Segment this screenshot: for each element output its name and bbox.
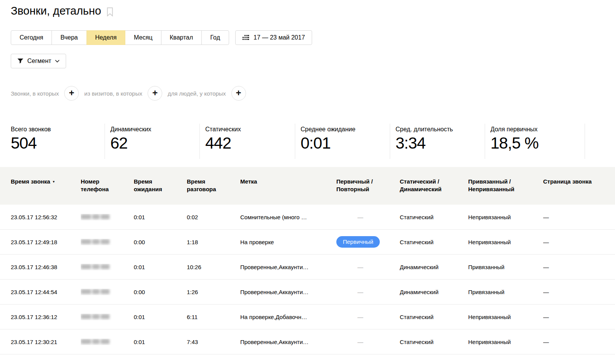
- filter-calls-label: Звонки, в которых: [11, 90, 59, 97]
- wait-time-cell: 0:00: [134, 239, 187, 245]
- phone-number-redacted: [81, 314, 110, 319]
- call-page-cell: —: [543, 239, 615, 245]
- date-range-label: 17 — 23 май 2017: [254, 34, 305, 41]
- phone-cell: [81, 214, 134, 220]
- call-time-cell: 23.05.17 12:30:21: [11, 339, 81, 345]
- talk-time-cell: 10:26: [187, 264, 240, 270]
- metric-label: Среднее ожидание: [301, 126, 390, 133]
- talk-time-cell: 0:02: [187, 214, 240, 220]
- chevron-down-icon: [55, 60, 60, 63]
- date-range-button[interactable]: 17 — 23 май 2017: [235, 30, 312, 45]
- metric-value: 18,5 %: [490, 135, 585, 151]
- phone-number-redacted: [81, 289, 110, 294]
- table-row[interactable]: 23.05.17 12:49:18 0:00 1:18 На проверке …: [0, 230, 615, 255]
- wait-time-cell: 0:01: [134, 214, 187, 220]
- page-title: Звонки, детально: [11, 5, 101, 17]
- primary-cell: —: [336, 289, 400, 295]
- metric-value: 0:01: [301, 135, 390, 151]
- primary-badge: —: [357, 339, 363, 345]
- segment-row: Сегмент: [11, 54, 66, 68]
- bound-cell: Непривязанный: [468, 239, 543, 245]
- wait-time-cell: 0:01: [134, 339, 187, 345]
- phone-cell: [81, 289, 134, 295]
- segment-button[interactable]: Сегмент: [11, 54, 66, 68]
- filter-people-label: для людей, у которых: [168, 90, 226, 97]
- primary-badge: —: [357, 289, 363, 295]
- primary-cell: —: [336, 214, 400, 220]
- bound-cell: Привязанный: [468, 289, 543, 295]
- primary-cell: —: [336, 314, 400, 320]
- filter-visits-label: из визитов, в которых: [84, 90, 142, 97]
- column-header-static[interactable]: Статический / Динамический: [400, 178, 468, 193]
- column-header-label: Время звонка: [11, 178, 50, 185]
- tag-cell: На проверке,Добавочн…: [240, 314, 336, 320]
- talk-time-cell: 1:26: [187, 289, 240, 295]
- phone-number-redacted: [81, 264, 110, 269]
- metric-label: Всего звонков: [11, 126, 105, 133]
- funnel-icon: [17, 58, 23, 64]
- call-page-cell: —: [543, 314, 615, 320]
- wait-time-cell: 0:00: [134, 289, 187, 295]
- column-header-phone[interactable]: Номер телефона: [81, 178, 134, 193]
- metric-value: 3:34: [396, 135, 485, 151]
- static-dynamic-cell: Статический: [400, 314, 468, 320]
- summary-metrics: Всего звонков 504 Динамических 62 Статич…: [0, 124, 615, 159]
- primary-badge: —: [357, 314, 363, 320]
- metric-static-calls: Статических 442: [200, 124, 295, 159]
- metric-dynamic-calls: Динамических 62: [105, 124, 200, 159]
- table-row[interactable]: 23.05.17 12:44:54 0:00 1:26 Проверенные,…: [0, 280, 615, 304]
- add-call-condition-button[interactable]: +: [64, 86, 79, 101]
- metric-total-calls: Всего звонков 504: [0, 124, 105, 159]
- tab-year[interactable]: Год: [201, 30, 229, 45]
- tab-month[interactable]: Месяц: [125, 30, 161, 45]
- column-header-call-page[interactable]: Страница звонка: [543, 178, 615, 185]
- phone-number-redacted: [81, 239, 110, 244]
- primary-cell: —: [336, 264, 400, 270]
- column-header-tag[interactable]: Метка: [240, 178, 336, 185]
- calendar-grid-icon: [243, 35, 249, 41]
- metric-label: Доля первичных: [490, 126, 585, 133]
- wait-time-cell: 0:01: [134, 264, 187, 270]
- static-dynamic-cell: Динамический: [400, 289, 468, 295]
- metric-avg-duration: Сред. длительность 3:34: [390, 124, 485, 159]
- metric-avg-wait: Среднее ожидание 0:01: [295, 124, 390, 159]
- call-time-cell: 23.05.17 12:36:12: [11, 314, 81, 320]
- primary-badge: —: [357, 214, 363, 220]
- phone-number-redacted: [81, 214, 110, 219]
- column-header-primary[interactable]: Первичный / Повторный: [336, 178, 400, 193]
- column-header-wait-time[interactable]: Время ожидания: [134, 178, 187, 193]
- table-row[interactable]: 23.05.17 12:30:21 0:01 7:43 Проверенные,…: [0, 329, 615, 354]
- primary-cell: Первичный: [336, 236, 400, 248]
- call-page-cell: —: [543, 339, 615, 345]
- add-people-condition-button[interactable]: +: [231, 86, 246, 101]
- tab-quarter[interactable]: Квартал: [161, 30, 202, 45]
- metric-label: Динамических: [110, 126, 199, 133]
- tab-week[interactable]: Неделя: [86, 30, 126, 45]
- column-header-call-time[interactable]: Время звонка▼: [11, 178, 81, 186]
- tab-today[interactable]: Сегодня: [11, 30, 52, 45]
- call-page-cell: —: [543, 289, 615, 295]
- bound-cell: Непривязанный: [468, 214, 543, 220]
- table-body: 23.05.17 12:56:32 0:01 0:02 Сомнительные…: [0, 205, 615, 354]
- column-header-talk-time[interactable]: Время разговора: [187, 178, 240, 193]
- bound-cell: Привязанный: [468, 264, 543, 270]
- talk-time-cell: 1:18: [187, 239, 240, 245]
- table-row[interactable]: 23.05.17 12:56:32 0:01 0:02 Сомнительные…: [0, 205, 615, 230]
- filter-bar: Звонки, в которых + из визитов, в которы…: [11, 86, 246, 101]
- static-dynamic-cell: Статический: [400, 339, 468, 345]
- wait-time-cell: 0:01: [134, 314, 187, 320]
- segment-button-label: Сегмент: [27, 58, 51, 65]
- table-row[interactable]: 23.05.17 12:46:38 0:01 10:26 Проверенные…: [0, 255, 615, 280]
- primary-badge: —: [357, 264, 363, 270]
- add-visit-condition-button[interactable]: +: [148, 86, 162, 101]
- tab-yesterday[interactable]: Вчера: [52, 30, 86, 45]
- phone-cell: [81, 239, 134, 245]
- talk-time-cell: 6:11: [187, 314, 240, 320]
- phone-cell: [81, 264, 134, 270]
- column-header-bound[interactable]: Привязанный / Непривязанный: [468, 178, 543, 193]
- table-header: Время звонка▼ Номер телефона Время ожида…: [0, 167, 615, 205]
- bookmark-icon[interactable]: [106, 7, 113, 17]
- metric-value: 62: [110, 135, 199, 151]
- table-row[interactable]: 23.05.17 12:36:12 0:01 6:11 На проверке,…: [0, 304, 615, 329]
- primary-badge: Первичный: [336, 236, 380, 248]
